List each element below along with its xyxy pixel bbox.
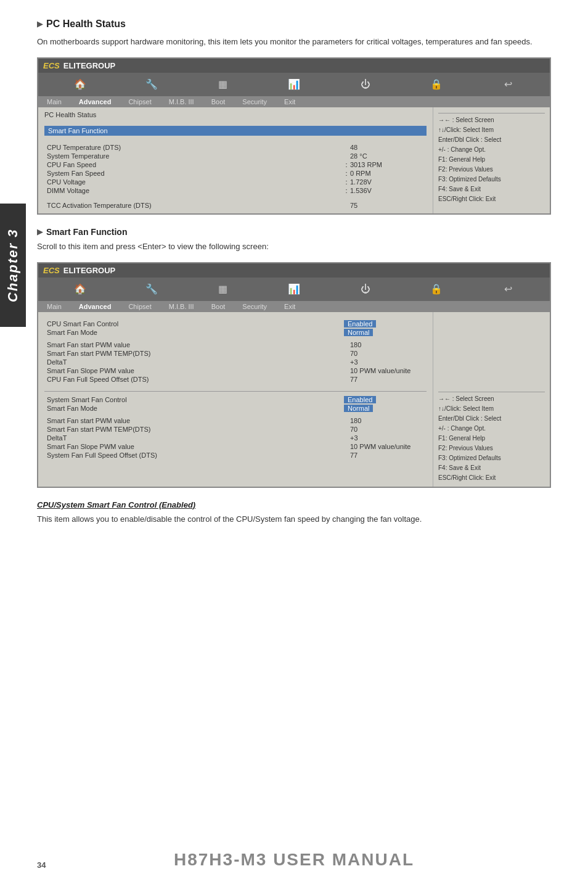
bios1-help-esc: ESC/Right Click: Exit <box>438 194 545 204</box>
bios2-cpu-slope: Smart Fan Slope PWM value 10 PWM value/u… <box>44 366 427 375</box>
bios1-menu-mib[interactable]: M.I.B. III <box>160 96 203 107</box>
bios2-icon-bar: 🏠 🔧 ▦ 📊 ⏻ 🔒 ↩ <box>38 278 550 301</box>
bios1-row-sys-temp: System Temperature 28 °C <box>44 152 427 160</box>
bios1-breadcrumb: PC Health Status <box>44 111 427 118</box>
bios1-sidebar: →← : Select Screen ↑↓/Click: Select Item… <box>433 107 550 213</box>
bios2-help-f3: F3: Optimized Defaults <box>438 453 545 463</box>
bios1-logo-italic: ECS <box>43 61 60 70</box>
bios1-icon-power: ⏻ <box>357 76 374 93</box>
bios2-sys-pwm-temp: Smart Fan start PWM TEMP(DTS) 70 <box>44 425 427 434</box>
bios2-icon-power: ⏻ <box>357 281 374 298</box>
bios2-cpu-full-speed: CPU Fan Full Speed Offset (DTS) 77 <box>44 375 427 384</box>
bios1-icon-bar: 🏠 🔧 ▦ 📊 ⏻ 🔒 ↩ <box>38 73 550 96</box>
bios2-menu-mib[interactable]: M.I.B. III <box>160 301 203 312</box>
bios2-cpu-smart-fan-row: CPU Smart Fan Control Enabled <box>44 319 427 328</box>
bios2-sidebar: →← : Select Screen ↑↓/Click: Select Item… <box>433 312 550 487</box>
bios2-main: CPU Smart Fan Control Enabled Smart Fan … <box>38 312 433 487</box>
bios1-help-f2: F2: Previous Values <box>438 165 545 175</box>
bios2-icon-security: 🔒 <box>428 281 445 298</box>
bios1-icon-tools: 🔧 <box>143 76 160 93</box>
footer-title: H87H3-M3 USER MANUAL <box>174 850 414 870</box>
bios1-help-enter: Enter/Dbl Click : Select <box>438 135 545 145</box>
bios2-sys-pwm-start: Smart Fan start PWM value 180 <box>44 416 427 425</box>
bios2-sys-smart-fan-value[interactable]: Enabled <box>344 396 376 403</box>
bios2-icon-tools: 🔧 <box>143 281 160 298</box>
section2-icon: ▶ <box>37 228 43 236</box>
bios1-highlight[interactable]: Smart Fan Function <box>44 126 427 136</box>
bios1-row-cpu-volt: CPU Voltage : 1.728V <box>44 178 427 186</box>
bios2-menu-advanced[interactable]: Advanced <box>70 301 120 312</box>
bios2-menu-main[interactable]: Main <box>38 301 70 312</box>
bios1-menu-advanced[interactable]: Advanced <box>70 96 120 107</box>
bios1-help-f1: F1: General Help <box>438 155 545 165</box>
bios2-help-f1: F1: General Help <box>438 434 545 443</box>
chapter-sidebar: Chapter 3 <box>0 204 26 327</box>
bios1-main: PC Health Status Smart Fan Function CPU … <box>38 107 433 213</box>
bios2-cpu-pwm-start: Smart Fan start PWM value 180 <box>44 340 427 349</box>
bios2-menu-boot[interactable]: Boot <box>203 301 234 312</box>
bios2-sys-fan-mode-value[interactable]: Normal <box>344 405 373 412</box>
bios2-sys-fan-mode-row: Smart Fan Mode Normal <box>44 404 427 413</box>
bios1-body: PC Health Status Smart Fan Function CPU … <box>38 107 550 213</box>
bios1-icon-home: 🏠 <box>71 76 89 93</box>
bios2-body: CPU Smart Fan Control Enabled Smart Fan … <box>38 312 550 487</box>
bios1-help-screen: →← : Select Screen <box>438 115 545 125</box>
bios1-menu-bar: Main Advanced Chipset M.I.B. III Boot Se… <box>38 96 550 107</box>
bios2-help: →← : Select Screen ↑↓/Click: Select Item… <box>438 394 545 483</box>
bios2-help-enter: Enter/Dbl Click : Select <box>438 414 545 424</box>
bios2-menu-security[interactable]: Security <box>234 301 276 312</box>
section1-heading: PC Health Status <box>46 19 126 30</box>
bios2-smart-fan-mode-row: Smart Fan Mode Normal <box>44 328 427 337</box>
bios2-menu-bar: Main Advanced Chipset M.I.B. III Boot Se… <box>38 301 550 312</box>
footer-page-number: 34 <box>37 860 46 870</box>
bios1-icon-chart: 📊 <box>285 76 303 93</box>
bios1-help: →← : Select Screen ↑↓/Click: Select Item… <box>438 115 545 204</box>
section2-desc: Scroll to this item and press <Enter> to… <box>37 241 551 253</box>
page-footer: H87H3-M3 USER MANUAL <box>0 850 588 870</box>
bios1-row-cpu-temp: CPU Temperature (DTS) 48 <box>44 143 427 152</box>
bios2-cpu-pwm-temp: Smart Fan start PWM TEMP(DTS) 70 <box>44 349 427 358</box>
bios2-icon-chip: ▦ <box>214 281 231 298</box>
bios1-logo-brand: ELITEGROUP <box>63 61 116 70</box>
bios1-menu-main[interactable]: Main <box>38 96 70 107</box>
chapter-label: Chapter 3 <box>5 228 21 302</box>
bios1-help-f3: F3: Optimized Defaults <box>438 175 545 184</box>
bios2-logo-italic: ECS <box>43 266 60 275</box>
bios1-row-dimm-volt: DIMM Voltage : 1.536V <box>44 186 427 195</box>
bios2-icon-exit: ↩ <box>499 281 517 298</box>
bios1-icon-security: 🔒 <box>428 76 445 93</box>
bios1-menu-boot[interactable]: Boot <box>203 96 234 107</box>
bios2-menu-chipset[interactable]: Chipset <box>120 301 160 312</box>
bios1-menu-chipset[interactable]: Chipset <box>120 96 160 107</box>
fan-subsection-title: CPU/System Smart Fan Control (Enabled) <box>37 500 551 509</box>
bios2-sys-slope: Smart Fan Slope PWM value 10 PWM value/u… <box>44 442 427 451</box>
bios1-icon-chip: ▦ <box>214 76 231 93</box>
bios1-menu-security[interactable]: Security <box>234 96 276 107</box>
bios1-icon-exit: ↩ <box>499 76 517 93</box>
bios2-sys-full-speed: System Fan Full Speed Offset (DTS) 77 <box>44 451 427 460</box>
bios1-help-change: +/- : Change Opt. <box>438 145 545 155</box>
bios2-help-f4: F4: Save & Exit <box>438 463 545 473</box>
fan-subsection-desc: This item allows you to enable/disable t… <box>37 513 551 526</box>
bios2-help-screen: →← : Select Screen <box>438 394 545 404</box>
bios1-row-cpu-fan: CPU Fan Speed : 3013 RPM <box>44 160 427 169</box>
bios2-menu-exit[interactable]: Exit <box>276 301 304 312</box>
bios2-icon-chart: 📊 <box>285 281 303 298</box>
section1-desc: On motherboards support hardware monitor… <box>37 36 551 49</box>
bios2-smart-fan-mode-value[interactable]: Normal <box>344 329 373 336</box>
bios2-sys-smart-fan-row: System Smart Fan Control Enabled <box>44 395 427 404</box>
bios2-header: ECS ELITEGROUP <box>38 263 550 278</box>
bios2-cpu-delta: DeltaT +3 <box>44 358 427 366</box>
bios2-sys-delta: DeltaT +3 <box>44 434 427 442</box>
bios-screen-1: ECS ELITEGROUP 🏠 🔧 ▦ 📊 ⏻ 🔒 ↩ Main Advanc… <box>37 57 551 215</box>
bios2-logo-brand: ELITEGROUP <box>63 266 116 275</box>
bios1-help-item: ↑↓/Click: Select Item <box>438 125 545 135</box>
bios1-menu-exit[interactable]: Exit <box>276 96 304 107</box>
bios2-help-change: +/- : Change Opt. <box>438 424 545 434</box>
section2-heading: Smart Fan Function <box>46 227 127 237</box>
section1-icon: ▶ <box>37 20 43 28</box>
bios2-cpu-smart-fan-value[interactable]: Enabled <box>344 320 376 328</box>
bios1-row-tcc: TCC Activation Temperature (DTS) 75 <box>44 201 427 210</box>
bios1-header: ECS ELITEGROUP <box>38 59 550 73</box>
section1-title: ▶ PC Health Status <box>37 19 551 30</box>
